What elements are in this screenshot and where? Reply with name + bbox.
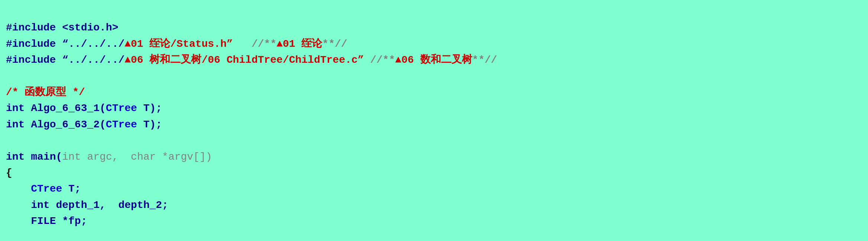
- code-line-5: /* 函数原型 */: [6, 84, 862, 100]
- code-line-14: [6, 229, 862, 241]
- code-line-11: CTree T;: [6, 181, 862, 197]
- code-line-3: #include “../../../▲06 树和二叉树/06 ChildTre…: [6, 52, 862, 68]
- code-line-10: {: [6, 165, 862, 181]
- code-line-9: int main(int argc, char *argv[]): [6, 149, 862, 165]
- code-line-12: int depth_1, depth_2;: [6, 197, 862, 213]
- code-display: #include <stdio.h>#include “../../../▲01…: [6, 4, 862, 241]
- code-line-13: FILE *fp;: [6, 213, 862, 229]
- code-line-1: #include <stdio.h>: [6, 20, 862, 36]
- code-line-8: [6, 133, 862, 149]
- code-line-7: int Algo_6_63_2(CTree T);: [6, 117, 862, 133]
- code-line-6: int Algo_6_63_1(CTree T);: [6, 100, 862, 116]
- code-line-4: [6, 68, 862, 84]
- code-line-2: #include “../../../▲01 绖论/Status.h” //**…: [6, 36, 862, 52]
